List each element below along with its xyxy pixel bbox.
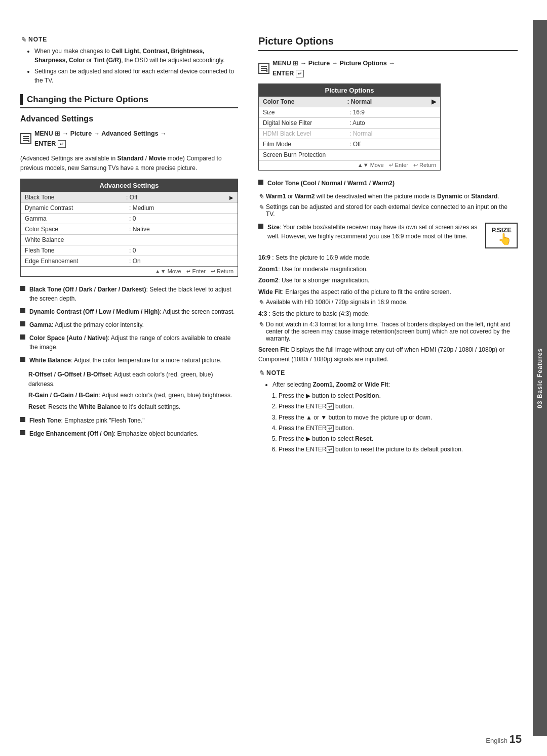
po-label-film-mode: Film Mode — [263, 141, 349, 148]
po-row-screen-burn: Screen Burn Protection — [259, 149, 440, 160]
footer-language: English — [486, 737, 507, 744]
more-bullets: Flesh Tone: Emphasize pink "Flesh Tone."… — [20, 416, 238, 438]
right-column: Picture Options MENU ⊞ → Picture → Pictu… — [253, 35, 518, 721]
advanced-settings-table: Advanced Settings Black Tone : Off ▶ Dyn… — [20, 179, 238, 277]
bullet-square — [20, 286, 25, 291]
page-number: 15 — [510, 733, 522, 745]
note-icon: ✎ — [20, 35, 26, 44]
po-label-hdmi-black-level: HDMI Black Level — [263, 130, 349, 137]
bullet-square-5 — [20, 357, 25, 362]
note-body: When you make changes to Cell Light, Con… — [20, 47, 238, 85]
right-menu-icon — [258, 63, 269, 74]
note-settings-stored: ✎ Settings can be adjusted and stored fo… — [258, 203, 518, 218]
advanced-settings-title: Advanced Settings — [20, 114, 238, 123]
color-tone-bullet-list: Color Tone (Cool / Normal / Warm1 / Warm… — [258, 179, 518, 188]
row-value-gamma: : 0 — [129, 215, 233, 222]
po-value-color-tone: : Normal — [347, 98, 432, 105]
screen-fit-desc: Screen Fit: Displays the full image with… — [258, 345, 518, 364]
step-2: Press the ENTER↵ button. — [279, 402, 518, 411]
picture-options-title: Picture Options — [258, 35, 518, 51]
wide-fit-desc: Wide Fit: Enlarges the aspect ratio of t… — [258, 287, 518, 297]
po-label-color-tone: Color Tone — [263, 98, 347, 105]
menu-path: MENU ⊞ → Picture → Advanced Settings →EN… — [20, 129, 238, 149]
row-arrow-black-tone: ▶ — [229, 195, 233, 200]
svg-rect-4 — [261, 66, 267, 67]
left-column: ✎ NOTE When you make changes to Cell Lig… — [20, 35, 253, 721]
po-row-size: Size : 16:9 — [259, 107, 440, 117]
note-43-warning: ✎ Do not watch in 4:3 format for a long … — [258, 321, 518, 342]
menu-icon — [20, 133, 31, 144]
bullet-text-edge-enhancement: Edge Enhancement (Off / On): Emphasize o… — [29, 429, 238, 438]
psize-badge: P.SIZE 👆 — [485, 223, 518, 248]
right-note-body: After selecting Zoom1, Zoom2 or Wide Fit… — [258, 380, 518, 454]
po-row-color-tone: Color Tone : Normal ▶ — [259, 97, 440, 107]
po-label-screen-burn: Screen Burn Protection — [263, 151, 349, 158]
rgb-gain-desc: R-Gain / G-Gain / B-Gain: Adjust each co… — [20, 391, 238, 400]
sq-color-tone — [258, 180, 263, 185]
bullet-text-flesh-tone: Flesh Tone: Emphasize pink "Flesh Tone." — [29, 416, 238, 425]
note-item-2: Settings can be adjusted and stored for … — [34, 67, 238, 85]
po-row-hdmi-black-level: HDMI Black Level : Normal — [259, 128, 440, 139]
note-43-text: Do not watch in 4:3 format for a long ti… — [266, 321, 518, 342]
table-row-dynamic-contrast: Dynamic Contrast : Medium — [21, 202, 238, 213]
po-value-hdmi-black-level: : Normal — [349, 130, 436, 137]
note-available-hd: ✎ Available with HD 1080i / 720p signals… — [258, 299, 518, 306]
po-label-size: Size — [263, 109, 349, 116]
table-row-color-space: Color Space : Native — [21, 224, 238, 234]
bullet-square-7 — [20, 430, 25, 435]
row-value-flesh-tone: : 0 — [129, 247, 233, 254]
zoom2-desc: Zoom2: Use for a stronger magnification. — [258, 276, 518, 285]
note-warm-icon: ✎ — [258, 193, 264, 200]
step-1: Press the ▶ button to select Position. — [279, 391, 518, 401]
footer-enter: ↵ Enter — [186, 268, 206, 275]
bullet-square-2 — [20, 308, 25, 313]
note-item-1: When you make changes to Cell Light, Con… — [34, 47, 238, 65]
rgb-offset-desc: R-Offset / G-Offset / B-Offset: Adjust e… — [20, 370, 238, 389]
footer-move: ▲▼ Move — [155, 268, 181, 275]
row-value-black-tone: : Off — [126, 194, 227, 201]
po-footer-move: ▲▼ Move — [358, 162, 384, 169]
table-row-flesh-tone: Flesh Tone : 0 — [21, 245, 238, 256]
po-footer-enter: ↵ Enter — [389, 162, 408, 169]
row-label-dynamic-contrast: Dynamic Contrast — [25, 204, 129, 212]
table-row-white-balance: White Balance — [21, 234, 238, 245]
row-label-color-space: Color Space — [25, 226, 129, 233]
right-note-title: NOTE — [266, 369, 285, 376]
note-warm: ✎ Warm1 or Warm2 will be deactivated whe… — [258, 193, 518, 200]
po-label-digital-noise-filter: Digital Noise Filter — [263, 119, 349, 127]
step-5: Press the ▶ button to select Reset. — [279, 434, 518, 444]
po-footer: ▲▼ Move ↵ Enter ↩ Return — [259, 160, 440, 170]
row-label-gamma: Gamma — [25, 215, 129, 222]
bullet-gamma: Gamma: Adjust the primary color intensit… — [20, 320, 238, 329]
po-row-film-mode: Film Mode : Off — [259, 139, 440, 149]
bullet-color-space: Color Space (Auto / Native): Adjust the … — [20, 333, 238, 352]
svg-rect-5 — [261, 68, 267, 69]
footer-return: ↩ Return — [211, 268, 233, 275]
advanced-settings-desc: (Advanced Settings are available in Stan… — [20, 154, 238, 173]
table-row-black-tone: Black Tone : Off ▶ — [21, 192, 238, 202]
svg-rect-1 — [23, 138, 29, 139]
size-text: Size: Your cable box/satellite receiver … — [267, 223, 480, 241]
note-settings-text: Settings can be adjusted and stored for … — [266, 203, 518, 218]
reset-desc: Reset: Resets the White Balance to it's … — [20, 402, 238, 412]
right-note-section: ✎ NOTE After selecting Zoom1, Zoom2 or W… — [258, 369, 518, 454]
right-menu-path: MENU ⊞ → Picture → Picture Options →ENTE… — [258, 58, 518, 78]
sq-size — [258, 224, 263, 229]
svg-rect-0 — [23, 136, 29, 137]
table-row-gamma: Gamma : 0 — [21, 213, 238, 224]
bullet-dynamic-contrast: Dynamic Contrast (Off / Low / Medium / H… — [20, 307, 238, 316]
bullet-black-tone: Black Tone (Off / Dark / Darker / Darkes… — [20, 285, 238, 303]
bullet-size: Size: Your cable box/satellite receiver … — [258, 223, 480, 241]
svg-rect-6 — [261, 70, 267, 71]
bullet-flesh-tone: Flesh Tone: Emphasize pink "Flesh Tone." — [20, 416, 238, 425]
picture-options-table-header: Picture Options — [259, 84, 440, 97]
bullet-color-tone: Color Tone (Cool / Normal / Warm1 / Warm… — [258, 179, 518, 188]
bullet-text-black-tone: Black Tone (Off / Dark / Darker / Darkes… — [29, 285, 238, 303]
svg-rect-2 — [23, 140, 29, 141]
row-label-white-balance: White Balance — [25, 236, 129, 243]
picture-options-table: Picture Options Color Tone : Normal ▶ Si… — [258, 83, 441, 171]
advanced-settings-table-header: Advanced Settings — [21, 179, 238, 192]
psize-hand: 👆 — [491, 234, 512, 245]
svg-rect-7 — [266, 69, 267, 72]
bullet-square-3 — [20, 321, 25, 326]
